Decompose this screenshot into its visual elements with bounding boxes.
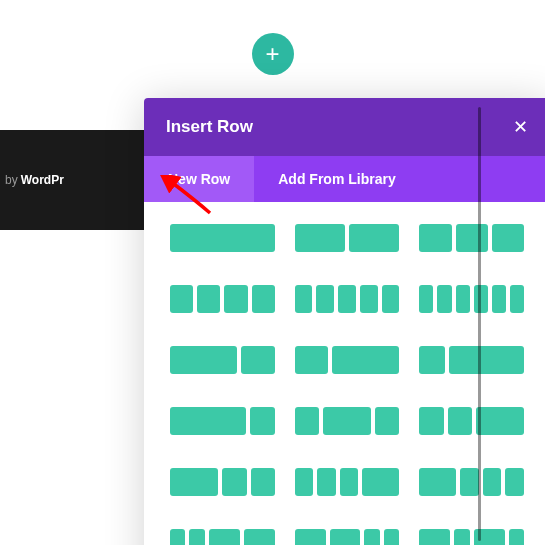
layout-col: [476, 407, 524, 435]
layout-col: [449, 346, 525, 374]
layout-col: [316, 285, 334, 313]
layout-col: [170, 468, 218, 496]
layout-option-5[interactable]: [419, 285, 524, 313]
layout-col: [295, 529, 326, 545]
layout-col: [510, 285, 524, 313]
layout-col: [419, 346, 444, 374]
layout-col: [375, 407, 399, 435]
layout-col: [419, 224, 451, 252]
layout-col: [505, 468, 524, 496]
layout-grid: [144, 202, 545, 545]
layout-option-15[interactable]: [170, 529, 275, 545]
layout-col: [362, 468, 399, 496]
layout-option-8[interactable]: [419, 346, 524, 374]
layout-option-6[interactable]: [170, 346, 275, 374]
layout-col: [456, 224, 488, 252]
layout-col: [330, 529, 361, 545]
layout-option-14[interactable]: [419, 468, 524, 496]
layout-col: [224, 285, 247, 313]
insert-row-modal: Insert Row ✕ New Row Add From Library: [144, 98, 545, 545]
layout-col: [492, 224, 524, 252]
layout-col: [492, 285, 506, 313]
modal-title: Insert Row: [166, 117, 253, 137]
footer-prefix: by: [5, 173, 18, 187]
layout-col: [454, 529, 469, 545]
layout-col: [170, 407, 246, 435]
layout-col: [340, 468, 359, 496]
layout-col: [474, 285, 488, 313]
layout-col: [483, 468, 502, 496]
layout-col: [251, 468, 275, 496]
layout-col: [349, 224, 399, 252]
layout-option-13[interactable]: [295, 468, 400, 496]
layout-col: [241, 346, 275, 374]
layout-col: [474, 529, 505, 545]
close-icon[interactable]: ✕: [513, 116, 528, 138]
layout-option-16[interactable]: [295, 529, 400, 545]
tab-add-from-library[interactable]: Add From Library: [254, 156, 419, 202]
layout-col: [295, 224, 345, 252]
layout-col: [456, 285, 470, 313]
layout-option-0[interactable]: [170, 224, 275, 252]
layout-col: [382, 285, 400, 313]
layout-col: [317, 468, 336, 496]
layout-col: [295, 285, 313, 313]
layout-col: [460, 468, 479, 496]
layout-col: [170, 285, 193, 313]
layout-option-7[interactable]: [295, 346, 400, 374]
layout-col: [244, 529, 275, 545]
layout-col: [338, 285, 356, 313]
tab-new-row[interactable]: New Row: [144, 156, 254, 202]
layout-col: [189, 529, 204, 545]
layout-col: [295, 468, 314, 496]
modal-header: Insert Row ✕: [144, 98, 545, 156]
layout-col: [419, 285, 433, 313]
layout-option-17[interactable]: [419, 529, 524, 545]
layout-col: [509, 529, 524, 545]
layout-col: [170, 346, 237, 374]
layout-col: [419, 407, 443, 435]
layout-col: [360, 285, 378, 313]
layout-option-4[interactable]: [295, 285, 400, 313]
layout-col: [364, 529, 379, 545]
layout-option-9[interactable]: [170, 407, 275, 435]
layout-col: [170, 529, 185, 545]
layout-col: [332, 346, 399, 374]
layout-option-3[interactable]: [170, 285, 275, 313]
layout-col: [448, 407, 472, 435]
layout-option-11[interactable]: [419, 407, 524, 435]
layout-col: [295, 346, 329, 374]
layout-col: [209, 529, 240, 545]
layout-col: [323, 407, 371, 435]
layout-option-10[interactable]: [295, 407, 400, 435]
layout-col: [170, 224, 275, 252]
layout-col: [197, 285, 220, 313]
layout-col: [419, 529, 450, 545]
layout-option-1[interactable]: [295, 224, 400, 252]
layout-col: [250, 407, 275, 435]
layout-col: [295, 407, 319, 435]
layout-col: [384, 529, 399, 545]
layout-option-2[interactable]: [419, 224, 524, 252]
footer-brand: WordPr: [21, 173, 64, 187]
layout-col: [437, 285, 451, 313]
layout-col: [419, 468, 456, 496]
layout-col: [252, 285, 275, 313]
layout-option-12[interactable]: [170, 468, 275, 496]
layout-col: [222, 468, 246, 496]
modal-tabs: New Row Add From Library: [144, 156, 545, 202]
